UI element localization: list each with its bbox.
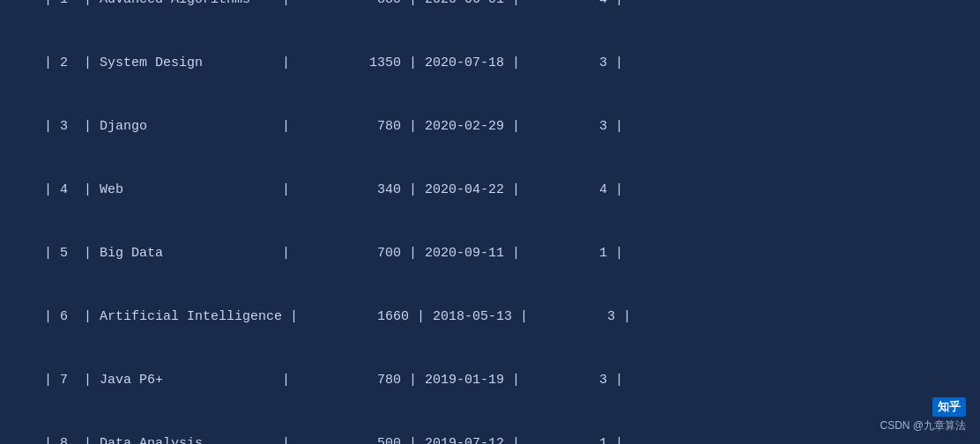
data-row-8: | 8 | Data Analysis | 500 | 2019-07-12 |… (44, 433, 936, 444)
data-row-5: | 5 | Big Data | 700 | 2020-09-11 | 1 | (44, 243, 936, 264)
data-row-1: | 1 | Advanced Algorithms | 880 | 2020-0… (44, 0, 936, 11)
csdn-text: CSDN @九章算法 (880, 418, 966, 433)
query-result: +----+------------------------+---------… (44, 0, 936, 444)
zhihu-badge: 知乎 (932, 397, 966, 417)
terminal-window: mysql> SELECT * FROM `courses`; +----+--… (23, 0, 957, 444)
watermark: 知乎 CSDN @九章算法 (880, 397, 966, 433)
data-row-7: | 7 | Java P6+ | 780 | 2019-01-19 | 3 | (44, 370, 936, 391)
data-row-3: | 3 | Django | 780 | 2020-02-29 | 3 | (44, 116, 936, 137)
data-row-4: | 4 | Web | 340 | 2020-04-22 | 4 | (44, 180, 936, 201)
data-row-6: | 6 | Artificial Intelligence | 1660 | 2… (44, 307, 936, 328)
data-row-2: | 2 | System Design | 1350 | 2020-07-18 … (44, 53, 936, 74)
